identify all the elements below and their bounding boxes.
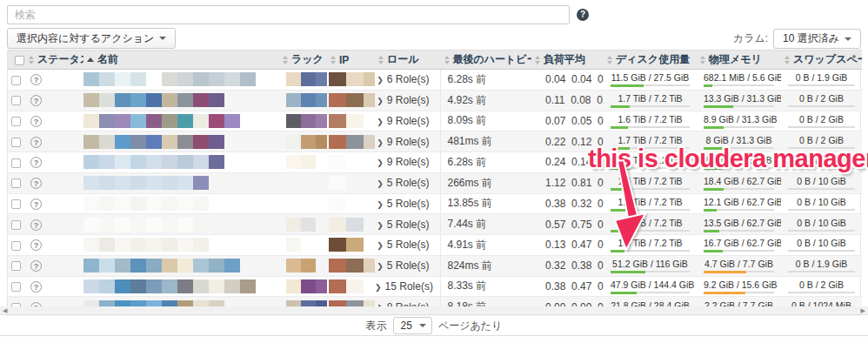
- host-name-redacted[interactable]: [83, 152, 279, 172]
- name-cell: [83, 276, 279, 297]
- roles-expander[interactable]: ❯9 Role(s): [375, 111, 440, 131]
- columns-select-button[interactable]: 10 選択済み: [773, 29, 861, 49]
- horizontal-scrollbar[interactable]: ◀ ▶: [0, 306, 868, 315]
- column-header-disk[interactable]: ディスク使用量: [604, 50, 697, 70]
- pixel-block: [209, 114, 224, 128]
- row-checkbox[interactable]: [11, 76, 21, 85]
- roles-expander[interactable]: ❯9 Role(s): [375, 90, 440, 111]
- row-checkbox[interactable]: [11, 241, 21, 251]
- roles-count: 5 Role(s): [387, 198, 430, 210]
- usage-bar-fill: [704, 230, 719, 232]
- physical-memory-cell: 18.4 GiB / 62.7 GiB: [697, 172, 781, 193]
- row-checkbox[interactable]: [11, 220, 21, 230]
- sort-icon[interactable]: [283, 56, 288, 64]
- column-header-rack[interactable]: ラック: [279, 50, 327, 70]
- pixel-block: [146, 218, 162, 232]
- status-cell: ?: [25, 193, 83, 214]
- sort-icon[interactable]: [378, 56, 384, 64]
- sort-icon[interactable]: [700, 56, 705, 64]
- row-checkbox[interactable]: [11, 96, 21, 105]
- host-name-redacted[interactable]: [83, 235, 279, 255]
- ip-redacted: [329, 152, 375, 172]
- roles-expander[interactable]: ❯5 Role(s): [375, 214, 440, 235]
- roles-expander[interactable]: ❯6 Role(s): [375, 70, 440, 91]
- swap-space-cell-value: 0 B / 10 GiB: [788, 218, 855, 229]
- column-header-ip[interactable]: IP: [327, 50, 375, 70]
- pixel-block: [99, 238, 115, 252]
- row-checkbox[interactable]: [11, 158, 21, 168]
- sort-icon[interactable]: [87, 57, 94, 62]
- row-checkbox[interactable]: [11, 178, 21, 188]
- usage-bar: [704, 104, 774, 109]
- row-checkbox[interactable]: [11, 199, 21, 209]
- column-header-swap[interactable]: スワップスペース: [781, 50, 862, 70]
- pixel-block: [115, 259, 130, 273]
- pixel-block: [316, 72, 327, 86]
- sort-icon[interactable]: [444, 56, 450, 64]
- scroll-right-icon[interactable]: ▶: [861, 306, 865, 315]
- usage-bar-track: [788, 84, 855, 86]
- host-name-redacted[interactable]: [83, 277, 279, 297]
- name-cell: [83, 235, 279, 256]
- row-checkbox[interactable]: [11, 117, 21, 126]
- physical-memory-cell: 16.7 GiB / 62.7 GiB: [697, 235, 781, 256]
- host-name-redacted[interactable]: [83, 194, 279, 214]
- load-average: 0.07 0.05 0.01: [531, 111, 604, 131]
- column-header-select[interactable]: [8, 50, 25, 70]
- name-cell: [83, 131, 279, 152]
- status-cell: ?: [25, 90, 83, 111]
- roles-expander[interactable]: ❯5 Role(s): [375, 172, 440, 193]
- column-header-status[interactable]: ステータス: [25, 50, 83, 70]
- help-icon[interactable]: ?: [577, 9, 589, 21]
- host-name-redacted[interactable]: [83, 91, 279, 111]
- roles-expander[interactable]: ❯9 Role(s): [375, 152, 440, 173]
- host-name-redacted[interactable]: [83, 256, 279, 276]
- host-name-redacted[interactable]: [83, 214, 279, 234]
- usage-bar: [788, 125, 855, 130]
- scroll-left-icon[interactable]: ◀: [3, 306, 7, 315]
- host-name-redacted[interactable]: [83, 173, 279, 193]
- roles-expander[interactable]: ❯5 Role(s): [375, 235, 440, 256]
- row-checkbox[interactable]: [11, 138, 21, 147]
- search-input[interactable]: [7, 5, 570, 24]
- table-row: ?❯9 Role(s)4.92s 前0.11 0.08 0.101.7 TiB …: [8, 90, 862, 111]
- host-name-redacted[interactable]: [83, 131, 279, 151]
- column-header-load[interactable]: 負荷平均: [531, 50, 604, 70]
- sort-icon[interactable]: [785, 56, 790, 64]
- pixel-block: [115, 72, 130, 86]
- actions-for-selected-button[interactable]: 選択内容に対するアクション: [7, 28, 176, 49]
- roles-expander[interactable]: ❯5 Role(s): [375, 255, 440, 276]
- roles-expander[interactable]: ❯15 Role(s): [375, 276, 440, 297]
- usage-bar: [788, 208, 855, 212]
- usage-bar-track: [704, 84, 774, 86]
- column-header-heartbeat[interactable]: 最後のハートビート: [440, 50, 531, 70]
- pixel-block: [316, 135, 327, 149]
- column-header-memory[interactable]: 物理メモリ: [697, 50, 781, 70]
- sort-icon[interactable]: [607, 56, 612, 64]
- pixel-block: [346, 238, 364, 252]
- usage-bar-track: [788, 292, 855, 293]
- page-size-select[interactable]: 25: [393, 317, 432, 334]
- per-page-label: ページあたり: [438, 319, 502, 333]
- host-name-redacted[interactable]: [83, 70, 279, 90]
- pixel-block: [209, 135, 224, 149]
- roles-expander[interactable]: ❯9 Role(s): [375, 131, 440, 152]
- pixel-block: [193, 218, 209, 232]
- column-header-role[interactable]: ロール: [375, 50, 440, 70]
- sort-icon[interactable]: [331, 56, 336, 64]
- host-name-redacted[interactable]: [83, 111, 279, 131]
- select-all-checkbox[interactable]: [15, 56, 24, 65]
- column-header-name[interactable]: 名前: [83, 50, 279, 70]
- table-row: ?❯5 Role(s)824ms 前0.32 0.38 0.3151.2 GiB…: [8, 255, 862, 276]
- row-checkbox[interactable]: [11, 261, 21, 271]
- pixel-block: [209, 72, 224, 86]
- pixel-block: [193, 93, 209, 107]
- rack-redacted: [286, 214, 327, 234]
- pixel-block: [83, 135, 99, 149]
- sort-icon[interactable]: [29, 56, 34, 64]
- roles-expander[interactable]: ❯5 Role(s): [375, 193, 440, 214]
- pixel-block: [83, 238, 99, 252]
- heartbeat-value: 8.09s 前: [440, 111, 531, 131]
- sort-icon[interactable]: [535, 56, 540, 64]
- row-checkbox[interactable]: [11, 282, 21, 292]
